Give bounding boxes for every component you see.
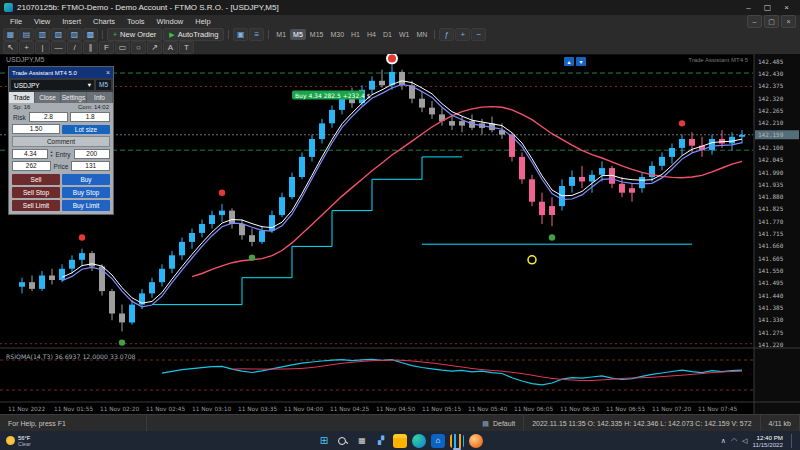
tab-close[interactable]: Close: [35, 92, 61, 103]
menu-file[interactable]: File: [4, 17, 28, 26]
new-order-label: New Order: [120, 30, 156, 39]
edge-icon[interactable]: [412, 434, 426, 448]
lot-size-button[interactable]: Lot size: [62, 125, 110, 134]
wifi-icon[interactable]: ◠: [731, 437, 737, 445]
lot-preset-input[interactable]: 1.50: [12, 124, 60, 134]
show-desktop-button[interactable]: [791, 434, 794, 448]
start-icon[interactable]: ⊞: [317, 434, 331, 448]
store-icon[interactable]: ⌂: [431, 434, 445, 448]
metatrader-icon[interactable]: [450, 434, 464, 448]
tab-trade[interactable]: Trade: [9, 92, 35, 103]
widgets-icon[interactable]: ▞: [374, 434, 388, 448]
tab-info[interactable]: Info: [87, 92, 113, 103]
lot-input[interactable]: 4.34: [12, 149, 48, 159]
menu-window[interactable]: Window: [151, 17, 190, 26]
child-minimize-button[interactable]: –: [747, 15, 762, 28]
maximize-button[interactable]: ▢: [758, 0, 777, 15]
terminal-icon[interactable]: ▩: [83, 28, 98, 41]
timeframe-w1[interactable]: W1: [396, 29, 413, 40]
sell-stop-button[interactable]: Sell Stop: [12, 187, 60, 198]
timeframe-m5[interactable]: M5: [290, 29, 306, 40]
menu-insert[interactable]: Insert: [56, 17, 87, 26]
buy-button[interactable]: Buy: [62, 174, 110, 185]
risk-percent-input[interactable]: 2.8: [29, 112, 69, 122]
data-window-icon[interactable]: ▧: [51, 28, 66, 41]
sell-signal-dot: [679, 120, 685, 126]
commission-value: Com: 14:02: [78, 104, 109, 110]
text-icon[interactable]: A: [163, 41, 178, 54]
market-watch-icon[interactable]: ▥: [35, 28, 50, 41]
timeframe-h1[interactable]: H1: [348, 29, 363, 40]
chart-autoscroll-button[interactable]: ▾: [576, 57, 586, 66]
candle-body: [629, 188, 635, 193]
navigator-icon[interactable]: ▨: [67, 28, 82, 41]
volume-icon[interactable]: ◁: [742, 437, 747, 445]
child-restore-button[interactable]: ▢: [764, 15, 779, 28]
child-close-button[interactable]: ×: [781, 15, 796, 28]
chart-canvas[interactable]: 142.485142.430142.375142.320142.265142.2…: [0, 54, 800, 414]
risk-money-input[interactable]: 1.8: [70, 112, 110, 122]
candle-body: [449, 121, 455, 126]
rectangle-icon[interactable]: ▭: [115, 41, 130, 54]
cursor-icon[interactable]: ↖: [3, 41, 18, 54]
buy-stop-button[interactable]: Buy Stop: [62, 187, 110, 198]
timeframe-m1[interactable]: M1: [273, 29, 289, 40]
menu-charts[interactable]: Charts: [87, 17, 121, 26]
minimize-button[interactable]: –: [739, 0, 758, 15]
autotrading-button[interactable]: ▶AutoTrading: [163, 28, 224, 41]
buy-limit-button[interactable]: Buy Limit: [62, 200, 110, 211]
label-icon[interactable]: T: [179, 41, 194, 54]
timeframe-m30[interactable]: M30: [327, 29, 347, 40]
vertical-line-icon[interactable]: |: [35, 41, 50, 54]
new-chart-icon[interactable]: ▦: [3, 28, 18, 41]
weather-widget[interactable]: 56°F Clear: [6, 435, 31, 447]
file-explorer-icon[interactable]: [393, 434, 407, 448]
timeframe-d1[interactable]: D1: [380, 29, 395, 40]
time-label: 11 Nov 04:50: [376, 406, 415, 412]
stoploss-input[interactable]: 262: [12, 161, 51, 171]
sell-limit-button[interactable]: Sell Limit: [12, 200, 60, 211]
timeframe-h4[interactable]: H4: [364, 29, 379, 40]
browser-icon[interactable]: [469, 434, 483, 448]
entry-input[interactable]: 200: [74, 149, 110, 159]
fibonacci-icon[interactable]: F: [99, 41, 114, 54]
zoom-in-icon[interactable]: +: [455, 28, 470, 41]
menu-view[interactable]: View: [28, 17, 56, 26]
sell-button[interactable]: Sell: [12, 174, 60, 185]
tray-chevron-icon[interactable]: ∧: [721, 437, 726, 445]
comment-button[interactable]: Comment: [12, 136, 110, 147]
depth-of-market-icon[interactable]: ≡: [249, 28, 264, 41]
strategy-tester-icon[interactable]: ▣: [233, 28, 248, 41]
horizontal-line-icon[interactable]: —: [51, 41, 66, 54]
takeprofit-input[interactable]: 131: [71, 161, 110, 171]
taskbar-clock[interactable]: 12:40 PM 11/15/2022: [752, 434, 783, 448]
chart-shift-button[interactable]: ▴: [564, 57, 574, 66]
profiles-icon[interactable]: ▤: [19, 28, 34, 41]
crosshair-icon[interactable]: +: [19, 41, 34, 54]
profile-selector[interactable]: ▤ Default: [474, 415, 524, 432]
lot-stepper[interactable]: ▴ ▾: [50, 150, 52, 158]
windows-taskbar: 56°F Clear ⊞▦▞⌂ ∧ ◠ ◁ 12:40 PM 11/15/202…: [0, 431, 800, 450]
timeframe-mn[interactable]: MN: [413, 29, 430, 40]
zoom-out-icon[interactable]: −: [471, 28, 486, 41]
trade-assistant-header[interactable]: Trade Assistant MT4 5.0 ×: [9, 67, 113, 78]
symbol-select[interactable]: USDJPY ▾: [11, 80, 94, 90]
timeframe-m15[interactable]: M15: [307, 29, 327, 40]
tab-settings[interactable]: Settings: [61, 92, 87, 103]
task-view-icon[interactable]: ▦: [355, 434, 369, 448]
ellipse-icon[interactable]: ○: [131, 41, 146, 54]
new-order-button[interactable]: +New Order: [107, 28, 162, 41]
menu-tools[interactable]: Tools: [121, 17, 151, 26]
arrow-icon[interactable]: ↗: [147, 41, 162, 54]
price-label: 142.100: [758, 144, 784, 151]
channel-icon[interactable]: ∥: [83, 41, 98, 54]
close-button[interactable]: ×: [777, 0, 796, 15]
trade-assistant-close-icon[interactable]: ×: [106, 69, 110, 76]
search-icon[interactable]: [336, 434, 350, 448]
spinner-down-icon[interactable]: ▾: [50, 154, 52, 158]
menu-help[interactable]: Help: [189, 17, 216, 26]
indicators-icon[interactable]: ƒ: [439, 28, 454, 41]
trendline-icon[interactable]: /: [67, 41, 82, 54]
price-label: 141.440: [758, 292, 784, 299]
candle-body: [49, 276, 55, 281]
